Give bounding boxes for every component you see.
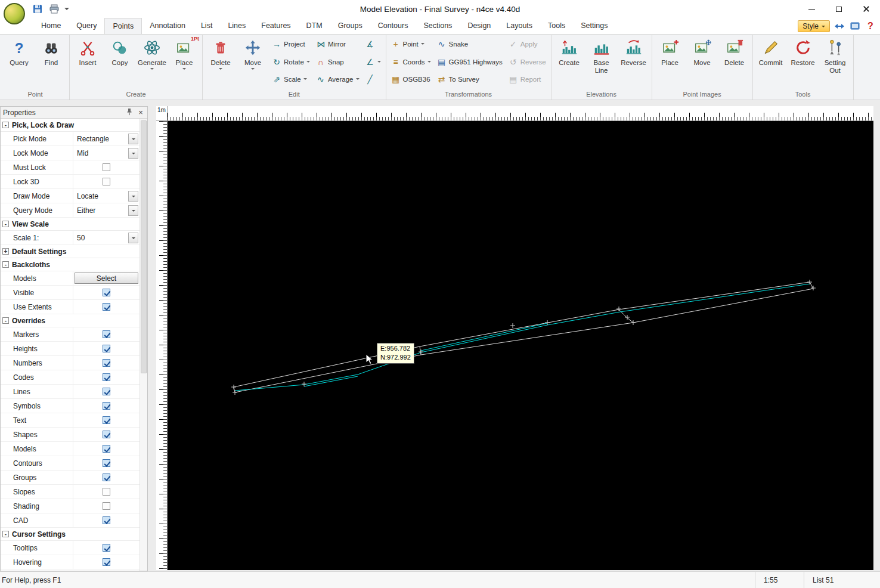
section-backcloths[interactable]: -Backcloths bbox=[1, 258, 140, 271]
button-setting-out[interactable]: Setting Out bbox=[820, 36, 851, 89]
checkbox-contours[interactable] bbox=[103, 459, 110, 467]
tab-layouts[interactable]: Layouts bbox=[498, 18, 540, 34]
dropdown-lock-mode[interactable]: Mid bbox=[73, 146, 140, 160]
tab-sections[interactable]: Sections bbox=[416, 18, 460, 34]
tab-settings[interactable]: Settings bbox=[573, 18, 615, 34]
checkbox-cad[interactable] bbox=[103, 516, 110, 524]
checkbox-text[interactable] bbox=[103, 416, 110, 424]
dropdown-arrow-icon[interactable] bbox=[128, 191, 138, 202]
scrollbar-thumb[interactable] bbox=[141, 120, 147, 373]
button-select[interactable]: Select bbox=[75, 273, 138, 284]
section-view-scale[interactable]: -View Scale bbox=[1, 218, 140, 231]
checkbox-groups[interactable] bbox=[103, 474, 110, 481]
button-measure-icon[interactable]: ∡ bbox=[363, 36, 383, 52]
dropdown-arrow-icon[interactable] bbox=[128, 233, 138, 243]
checkbox-markers[interactable] bbox=[103, 330, 110, 338]
dropdown-arrow-icon[interactable] bbox=[128, 148, 138, 159]
button-angle-icon[interactable]: ∠ bbox=[363, 54, 383, 70]
button-reverse[interactable]: Reverse bbox=[618, 36, 649, 89]
checkbox-shapes[interactable] bbox=[103, 431, 110, 438]
tab-list[interactable]: List bbox=[193, 18, 220, 34]
button-move[interactable]: Move bbox=[237, 36, 268, 89]
button-mirror[interactable]: ⋈Mirror bbox=[314, 36, 362, 52]
qat-dropdown-icon[interactable] bbox=[64, 8, 69, 13]
dropdown-draw-mode[interactable]: Locate bbox=[73, 189, 140, 203]
checkbox-slopes[interactable] bbox=[103, 488, 110, 496]
checkbox-use-extents[interactable] bbox=[103, 303, 110, 311]
tab-tools[interactable]: Tools bbox=[540, 18, 573, 34]
print-icon[interactable] bbox=[48, 2, 61, 16]
checkbox-hovering[interactable] bbox=[103, 558, 110, 566]
section-overrides[interactable]: -Overrides bbox=[1, 314, 140, 327]
button-snake[interactable]: ∿Snake bbox=[435, 36, 505, 52]
button-create[interactable]: Create bbox=[554, 36, 585, 89]
collapse-icon[interactable]: - bbox=[2, 317, 9, 324]
button-project[interactable]: →Project bbox=[269, 36, 312, 52]
button-move[interactable]: Move bbox=[687, 36, 718, 89]
tab-annotation[interactable]: Annotation bbox=[142, 18, 193, 34]
collapse-icon[interactable]: - bbox=[2, 531, 9, 537]
tab-features[interactable]: Features bbox=[253, 18, 298, 34]
button-place[interactable]: Place bbox=[655, 36, 686, 89]
button-base-line[interactable]: Base Line bbox=[586, 36, 617, 89]
tab-contours[interactable]: Contours bbox=[370, 18, 416, 34]
button-apply[interactable]: ✓Apply bbox=[506, 36, 549, 52]
button-delete[interactable]: Delete bbox=[205, 36, 236, 89]
button-query[interactable]: ?Query bbox=[4, 36, 35, 89]
model-canvas[interactable]: E:956.782 N:972.992 bbox=[168, 121, 873, 570]
section-cursor-settings[interactable]: -Cursor Settings bbox=[1, 528, 140, 541]
button-gg951-highways[interactable]: ▤GG951 Highways bbox=[435, 54, 505, 70]
checkbox-symbols[interactable] bbox=[103, 402, 110, 410]
tab-design[interactable]: Design bbox=[460, 18, 498, 34]
dropdown-arrow-icon[interactable] bbox=[128, 205, 138, 216]
button-point[interactable]: +Point bbox=[389, 36, 433, 52]
button-commit[interactable]: Commit bbox=[755, 36, 786, 89]
checkbox-numbers[interactable] bbox=[103, 359, 110, 367]
checkbox-lines[interactable] bbox=[103, 388, 110, 395]
tab-lines[interactable]: Lines bbox=[220, 18, 253, 34]
help-icon[interactable]: ? bbox=[864, 20, 876, 32]
button-find[interactable]: Find bbox=[36, 36, 67, 89]
minimize-button[interactable] bbox=[798, 0, 825, 18]
dropdown-pick-mode[interactable]: Rectangle bbox=[73, 132, 140, 146]
button-insert[interactable]: Insert bbox=[72, 36, 103, 89]
button-reverse[interactable]: ↺Reverse bbox=[506, 54, 549, 70]
button-report[interactable]: ▤Report bbox=[506, 72, 549, 87]
properties-scrollbar[interactable] bbox=[140, 119, 147, 571]
collapse-icon[interactable]: - bbox=[2, 221, 9, 227]
tab-points[interactable]: Points bbox=[104, 18, 142, 34]
button-place[interactable]: 1PtPlace bbox=[169, 36, 200, 89]
checkbox-lock-3d[interactable] bbox=[103, 178, 110, 185]
button-copy[interactable]: Copy bbox=[104, 36, 135, 89]
button-scale[interactable]: ⇗Scale bbox=[269, 72, 312, 87]
button-to-survey[interactable]: ⇄To Survey bbox=[435, 72, 505, 87]
pin-icon[interactable] bbox=[126, 108, 133, 117]
expand-icon[interactable]: + bbox=[2, 248, 9, 255]
save-icon[interactable] bbox=[31, 2, 44, 16]
checkbox-visible[interactable] bbox=[103, 289, 110, 296]
button-average[interactable]: ∿Average bbox=[314, 72, 362, 87]
button-restore[interactable]: Restore bbox=[788, 36, 819, 89]
checkbox-models[interactable] bbox=[103, 445, 110, 453]
checkbox-tooltips[interactable] bbox=[103, 544, 110, 552]
tab-groups[interactable]: Groups bbox=[330, 18, 370, 34]
close-panel-icon[interactable]: × bbox=[137, 108, 145, 117]
collapse-icon[interactable]: - bbox=[2, 122, 9, 128]
dropdown-arrow-icon[interactable] bbox=[128, 134, 138, 144]
reference-book-icon[interactable] bbox=[849, 20, 861, 32]
button-rotate[interactable]: ↻Rotate bbox=[269, 54, 312, 70]
button-delete[interactable]: Delete bbox=[719, 36, 750, 89]
tab-query[interactable]: Query bbox=[69, 18, 104, 34]
dropdown-query-mode[interactable]: Either bbox=[73, 203, 140, 217]
button-osgb36[interactable]: ▦OSGB36 bbox=[389, 72, 433, 87]
button-coords[interactable]: ≡Coords bbox=[389, 54, 433, 70]
button-generate[interactable]: Generate bbox=[137, 36, 168, 89]
collapse-icon[interactable]: - bbox=[2, 261, 9, 268]
tab-home[interactable]: Home bbox=[33, 18, 69, 34]
checkbox-codes[interactable] bbox=[103, 373, 110, 381]
dropdown-scale-1[interactable]: 50 bbox=[73, 231, 140, 245]
close-button[interactable] bbox=[853, 0, 880, 18]
button-slope-icon[interactable]: ╱ bbox=[363, 72, 383, 87]
checkbox-shading[interactable] bbox=[103, 502, 110, 510]
app-logo-icon[interactable] bbox=[4, 3, 25, 24]
